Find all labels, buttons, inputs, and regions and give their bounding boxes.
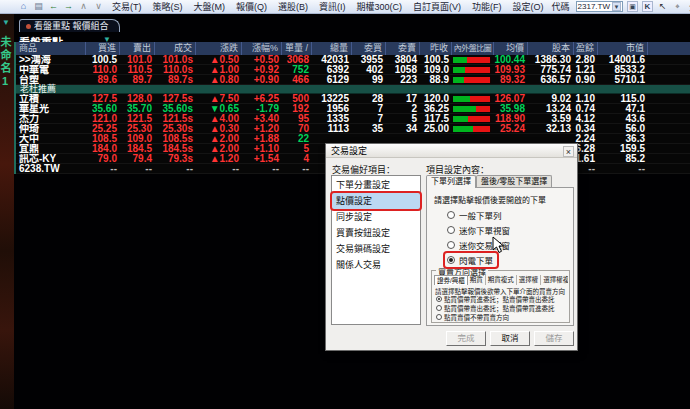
cell-market-cap: 43.6 xyxy=(598,114,648,124)
order-type-option-3[interactable]: 閃電下單 xyxy=(445,253,497,267)
order-type-option-1[interactable]: 迷你下單視窗 xyxy=(445,223,514,237)
collapse-up-icon[interactable]: ∧ xyxy=(78,1,89,12)
preference-item-2[interactable]: 同步設定 xyxy=(332,209,420,225)
market-tab-2[interactable]: 期貨複式 xyxy=(486,275,517,285)
cell-change-pct: +1.20 xyxy=(242,124,282,134)
mail-icon[interactable]: ▣ xyxy=(627,1,638,12)
menu-item-5[interactable]: 資訊(I) xyxy=(317,0,348,13)
cell-volume: 22 xyxy=(282,134,312,144)
cell-market-cap: 85.2 xyxy=(598,154,648,164)
back-arrow-icon[interactable]: ← xyxy=(48,1,59,12)
cell-change: ▲0.80 xyxy=(196,75,242,85)
cell-change: ▲0.30 xyxy=(196,124,242,134)
inout-bar-green xyxy=(453,106,477,112)
market-tab-3[interactable]: 選擇權 xyxy=(517,275,542,285)
page-tab[interactable]: 看盤重點 報價組合 xyxy=(19,19,120,32)
inout-bar xyxy=(453,67,491,73)
order-type-option-0[interactable]: 一般下單列 xyxy=(445,208,506,222)
cell-sell: 89.7 xyxy=(120,75,155,85)
table-row[interactable]: 立積127.5128.0127.5s▲7.50+6.25500132252817… xyxy=(16,94,690,104)
save-button[interactable]: 儲存 xyxy=(534,331,574,346)
order-type-panel: 請選擇點擊報價後要開啟的下單 一般下單列迷你下單視窗迷你交易視窗閃電下單 買賣方… xyxy=(426,187,574,326)
cell-market-cap: 5710.1 xyxy=(598,75,648,85)
table-row[interactable]: 華星光35.6035.7035.60s▼0.65-1.7919219567236… xyxy=(16,104,690,114)
cell-avg-price: 118.90 xyxy=(494,114,528,124)
kchart-icon[interactable]: K xyxy=(642,1,653,12)
option-label: 點買賣價不帶買賣方向 xyxy=(444,312,509,322)
table-row[interactable]: 仲琦25.2525.3025.30s▲0.30+1.20701113353425… xyxy=(16,124,690,134)
cell-product: 6238.TW xyxy=(16,164,86,174)
radio-icon[interactable] xyxy=(447,256,455,264)
table-row[interactable]: 中華電110.0110.5110.0s▲1.00+0.9275263924021… xyxy=(16,65,690,75)
radio-icon[interactable] xyxy=(447,211,455,219)
menu-item-4[interactable]: 選股(B) xyxy=(276,0,310,13)
preference-item-3[interactable]: 買賣按鈕設定 xyxy=(332,225,420,241)
symbol-combo[interactable]: 2317.TW ▼ xyxy=(576,1,623,12)
cell-buy: 108.5 xyxy=(86,134,120,144)
header-buy: 買進 xyxy=(86,42,120,55)
preference-item-5[interactable]: 關係人交易 xyxy=(332,257,420,273)
cell-last: 89.7s xyxy=(155,75,196,85)
pointer-icon[interactable]: ↖ xyxy=(657,1,668,12)
menu-item-6[interactable]: 期權300(C) xyxy=(355,0,405,13)
finish-button[interactable]: 完成 xyxy=(446,331,486,346)
table-row[interactable]: >>鴻海100.5101.0101.0s▲0.50+0.503068420313… xyxy=(16,55,690,65)
inout-bar xyxy=(453,77,491,83)
side-dropdown-icon[interactable]: ▼ xyxy=(2,18,10,27)
direction-groupbox: 買賣方向選擇 證券/興櫃期貨期貨複式選擇權選擇權複式複委託 請選擇點擊報價後欲帶… xyxy=(431,270,570,323)
direction-option-2[interactable]: 點買賣價不帶買賣方向 xyxy=(436,312,509,322)
inout-bar-red xyxy=(465,67,490,73)
close-icon[interactable]: × xyxy=(563,146,574,157)
inout-bar-red xyxy=(470,96,491,102)
preference-item-4[interactable]: 交易鎖碼設定 xyxy=(332,241,420,257)
cell-ask: 1058 xyxy=(386,65,420,75)
menu-item-2[interactable]: 大盤(M) xyxy=(192,0,228,13)
menu-item-8[interactable]: 功能(F) xyxy=(470,0,504,13)
cell-change-pct: +0.92 xyxy=(242,65,282,75)
menu-item-3[interactable]: 報價(Q) xyxy=(234,0,269,13)
radio-icon[interactable] xyxy=(447,241,455,249)
cell-market-cap: 159.5 xyxy=(598,144,648,154)
menu-item-7[interactable]: 自訂頁面(V) xyxy=(411,0,463,13)
combo-arrow-icon[interactable]: ▼ xyxy=(612,2,621,11)
inout-bar xyxy=(453,96,491,102)
home-icon[interactable]: ⌂ xyxy=(18,1,29,12)
cell-inout-bar xyxy=(452,126,494,132)
menu-item-0[interactable]: 交易(T) xyxy=(110,0,144,13)
menu-item-1[interactable]: 策略(S) xyxy=(151,0,185,13)
radio-icon[interactable] xyxy=(436,314,442,320)
cell-last: 35.60s xyxy=(155,104,196,114)
cell-volume: 5 xyxy=(282,144,312,154)
cell-product: 宜鼎 xyxy=(16,144,86,154)
cell-capital: 775.74 xyxy=(528,65,574,75)
cell-prev-close: 109.0 xyxy=(420,65,452,75)
cell-eps: 2.24 xyxy=(574,134,598,144)
market-tab-4[interactable]: 選擇權複式 xyxy=(541,275,568,285)
radio-icon[interactable] xyxy=(447,226,455,234)
ruler-icon[interactable]: ⌖ xyxy=(672,1,683,12)
preference-item-0[interactable]: 下單分畫設定 xyxy=(332,177,420,193)
radio-icon[interactable] xyxy=(436,296,442,302)
market-tab-1[interactable]: 期貨 xyxy=(468,275,486,285)
table-row[interactable]: 杰力121.0121.5121.5s▲4.00+3.4095133575117.… xyxy=(16,114,690,124)
preference-item-1[interactable]: 點價設定 xyxy=(332,193,420,209)
inout-bar-green xyxy=(453,96,470,102)
dialog-tab-0[interactable]: 下單列選擇 xyxy=(426,175,476,188)
radio-icon[interactable] xyxy=(436,305,442,311)
inout-bar-green xyxy=(453,116,468,122)
table-row[interactable]: 台塑89.689.789.7s▲0.80+0.9046661299922388.… xyxy=(16,75,690,85)
cell-market-cap: 47.1 xyxy=(598,104,648,114)
forward-arrow-icon[interactable]: → xyxy=(63,1,74,12)
cell-volume: 4 xyxy=(282,154,312,164)
cell-bid: 7 xyxy=(352,104,386,114)
cell-last: -- xyxy=(155,164,196,174)
market-tab-0[interactable]: 證券/興櫃 xyxy=(434,275,468,285)
cancel-button[interactable]: 取消 xyxy=(490,331,530,346)
page-icon[interactable]: ▤ xyxy=(33,1,44,12)
side-strip: ▼ 未命名1 xyxy=(0,14,14,409)
cell-product: 杰力 xyxy=(16,114,86,124)
collapse-down-icon[interactable]: ∨ xyxy=(93,1,104,12)
menu-item-9[interactable]: 設定(O) xyxy=(511,0,546,13)
cell-product: 華星光 xyxy=(16,104,86,114)
header-capital: 股本 xyxy=(528,42,574,55)
